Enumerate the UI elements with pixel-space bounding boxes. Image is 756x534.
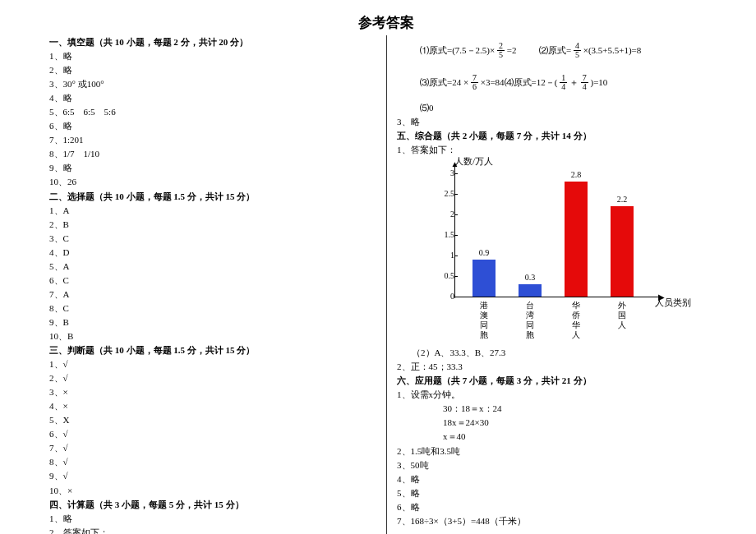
fill-4: 4、略 [49,91,376,105]
fill-2: 2、略 [49,63,376,77]
section-calc-header: 四、计算题（共 3 小题，每题 5 分，共计 15 分） [49,498,376,512]
app-1-s1: 30：18＝x：24 [397,402,723,416]
right-column: ⑴原式=(7.5－2.5)× 25 =2 ⑵原式= 45 ×(3.5+5.5+1… [386,35,723,534]
calc-r4-b: )=10 [590,77,607,87]
app-2: 2、1.5吨和3.5吨 [397,444,723,458]
fill-8: 8、1/7 1/10 [49,147,376,161]
app-6: 6、略 [397,500,723,514]
ytick-2: 2 [438,209,454,219]
fill-1: 1、略 [49,49,376,63]
bar-3: 2.2 [611,206,634,297]
app-1-s2: 18x＝24×30 [397,416,723,430]
xcat-0: 港澳同胞 [472,301,496,340]
ytick-0_5: 0.5 [438,271,454,280]
calc-1: 1、略 [49,512,376,526]
judge-1: 1、√ [49,357,376,371]
section-judge-header: 三、判断题（共 10 小题，每题 1.5 分，共计 15 分） [49,343,376,357]
section-choice-header: 二、选择题（共 10 小题，每题 1.5 分，共计 15 分） [49,190,376,204]
section-app-header: 六、应用题（共 7 小题，每题 3 分，共计 21 分） [397,374,723,388]
xcat-1: 台湾同胞 [519,301,542,340]
comp-2: 2、正：45；33.3 [397,360,723,374]
page-title: 参考答案 [49,13,723,32]
choice-4: 4、D [49,246,376,260]
calc-r1-frac: 25 [497,42,505,59]
calc-r4-a: ⑷原式=12－( [505,77,558,87]
judge-5: 5、X [49,413,376,427]
bar-chart: 人数/万人 ▲ ▶ 人员类别 0 0.5 1 1.5 2 2.5 3 0.9 0… [430,157,685,338]
judge-8: 8、√ [49,455,376,469]
judge-2: 2、√ [49,371,376,385]
choice-3: 3、C [49,232,376,246]
app-1: 1、设需x分钟。 [397,388,723,402]
judge-7: 7、√ [49,441,376,455]
app-7: 7、168÷3×（3+5）=448（千米） [397,514,723,528]
section-fill-header: 一、填空题（共 10 小题，每题 2 分，共计 20 分） [49,35,376,49]
ytick-1: 1 [438,251,454,260]
calc-r1-a: ⑴原式=(7.5－2.5)× [420,45,495,55]
fill-3: 3、30° 或100° [49,77,376,91]
judge-10: 10、× [49,484,376,498]
bar-1: 0.3 [519,284,542,297]
fill-5: 5、6:5 6:5 5:6 [49,105,376,119]
fill-9: 9、略 [49,161,376,175]
app-3: 3、50吨 [397,458,723,472]
fill-10: 10、26 [49,175,376,189]
calc-r4-mid: ＋ [569,77,579,87]
chart-xlabel: 人员类别 [655,297,691,309]
calc-r4-frac2: 74 [581,74,588,91]
choice-8: 8、C [49,302,376,315]
chart-ylabel: 人数/万人 [454,155,493,168]
xcat-3: 外国人 [611,301,634,330]
choice-7: 7、A [49,288,376,302]
calc-r2-a: ⑵原式= [539,45,571,55]
choice-6: 6、C [49,274,376,288]
calc-r3-a: ⑶原式=24 × [420,77,468,87]
calc-r2-frac: 45 [574,42,581,59]
calc-r3-b: ×3=84 [481,77,505,87]
calc-r4-frac1: 14 [560,74,567,91]
ytick-3: 3 [438,168,454,177]
choice-2: 2、B [49,218,376,232]
xcat-2: 华侨华人 [565,301,588,340]
fill-7: 7、1:201 [49,133,376,147]
left-column: 一、填空题（共 10 小题，每题 2 分，共计 20 分） 1、略 2、略 3、… [49,35,386,534]
calc-2: 2、答案如下： [49,526,376,534]
comp-chart-note: （2）A、33.3、B、27.3 [397,346,723,360]
judge-6: 6、√ [49,427,376,441]
chart-y-axis [454,165,455,298]
ytick-2_5: 2.5 [438,189,454,198]
judge-3: 3、× [49,385,376,399]
bar-2: 2.8 [565,182,588,297]
choice-10: 10、B [49,329,376,343]
chart-x-axis [454,297,660,297]
calc-r2-b: ×(3.5+5.5+1)=8 [583,45,642,55]
calc-3: 3、略 [397,115,723,129]
section-comp-header: 五、综合题（共 2 小题，每题 7 分，共计 14 分） [397,129,723,143]
fill-6: 6、略 [49,119,376,133]
bar-0: 0.9 [472,260,496,297]
choice-9: 9、B [49,315,376,329]
judge-9: 9、√ [49,469,376,483]
calc-r5: ⑸0 [397,101,723,115]
ytick-0: 0 [438,292,454,301]
comp-1: 1、答案如下： [397,143,723,157]
app-4: 4、略 [397,472,723,486]
ytick-1_5: 1.5 [438,230,454,239]
app-1-s3: x＝40 [397,430,723,444]
judge-4: 4、× [49,399,376,413]
choice-5: 5、A [49,260,376,274]
calc-r3-frac: 76 [471,74,478,91]
choice-1: 1、A [49,204,376,218]
calc-r1-b: =2 [507,45,517,55]
app-5: 5、略 [397,486,723,500]
